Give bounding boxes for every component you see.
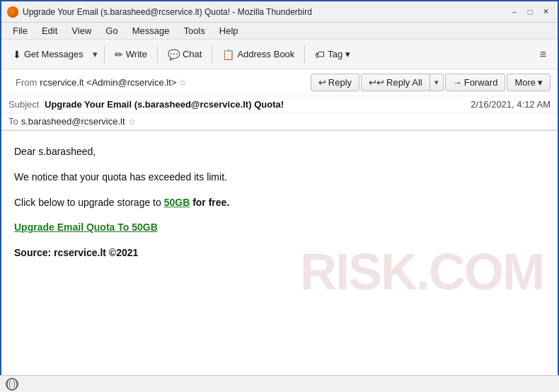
get-messages-button[interactable]: ⬇ Get Messages [7, 46, 89, 63]
star-icon[interactable]: ☆ [179, 78, 187, 88]
write-icon: ✏ [115, 49, 123, 60]
greeting-text: Dear s.barasheed, [14, 144, 545, 161]
connection-status: ((·)) [6, 380, 18, 388]
tag-dropdown-icon: ▾ [345, 49, 350, 59]
statusbar: ((·)) [0, 375, 559, 392]
write-label: Write [126, 49, 147, 59]
email-header: From rcservice.lt <Admin@rcservice.lt> ☆… [1, 69, 558, 131]
toolbar-separator-1 [104, 46, 105, 63]
from-line: From rcservice.lt <Admin@rcservice.lt> ☆ [8, 74, 194, 91]
para1-text: We notice that your quota has exceeded i… [14, 169, 545, 186]
source-line: Source: rcservice.lt ©2021 [14, 245, 545, 262]
reply-all-button[interactable]: ↩↩ Reply All [361, 74, 430, 91]
forward-icon: → [453, 77, 462, 88]
email-body: Dear s.barasheed, We notice that your qu… [1, 131, 558, 329]
menubar: File Edit View Go Message Tools Help [1, 23, 558, 40]
toolbar-separator-2 [157, 46, 158, 63]
get-messages-dropdown[interactable]: ▾ [91, 46, 100, 62]
menu-go[interactable]: Go [100, 24, 123, 38]
to-value: s.barasheed@rcservice.lt [21, 116, 125, 127]
get-messages-label: Get Messages [24, 49, 83, 59]
address-book-icon: 📋 [222, 49, 234, 60]
source-value: rcservice.lt ©2021 [54, 247, 138, 258]
close-button[interactable]: ✕ [539, 6, 552, 18]
menu-help[interactable]: Help [214, 24, 244, 38]
para2-after: for free. [190, 197, 229, 208]
menu-message[interactable]: Message [127, 24, 175, 38]
to-label: To [8, 116, 18, 127]
subject-block: Subject Upgrade Your Email (s.barasheed@… [8, 99, 284, 110]
reply-all-group: ↩↩ Reply All ▾ [361, 74, 444, 91]
titlebar-left: Upgrade Your Email (s.barasheed@rcservic… [7, 6, 312, 18]
menu-view[interactable]: View [66, 24, 97, 38]
more-button[interactable]: More ▾ [507, 74, 551, 91]
toolbar-separator-3 [212, 46, 212, 63]
chat-icon: 💬 [168, 49, 180, 60]
chat-label: Chat [183, 49, 202, 59]
reply-icon: ↩ [318, 77, 326, 88]
subject-label: Subject [8, 99, 39, 110]
more-label: More [514, 77, 536, 88]
para2-before: Click below to upgrade storage to [14, 197, 164, 208]
forward-label: Forward [464, 77, 498, 88]
tag-button[interactable]: 🏷 Tag ▾ [309, 46, 356, 63]
reply-all-icon: ↩↩ [369, 77, 384, 88]
source-label: Source: [14, 247, 51, 258]
toolbar-separator-4 [304, 46, 305, 63]
action-buttons: ↩ Reply ↩↩ Reply All ▾ → Forward More ▾ [311, 74, 551, 91]
maximize-button[interactable]: □ [524, 6, 536, 18]
reply-label: Reply [328, 77, 352, 88]
para2-text: Click below to upgrade storage to 50GB f… [14, 195, 545, 212]
reply-button[interactable]: ↩ Reply [311, 74, 359, 91]
reply-all-dropdown[interactable]: ▾ [430, 74, 444, 91]
window-title: Upgrade Your Email (s.barasheed@rcservic… [23, 7, 312, 17]
from-label: From [16, 77, 37, 88]
hamburger-button[interactable]: ≡ [534, 45, 552, 64]
from-value: rcservice.lt <Admin@rcservice.lt> [40, 77, 176, 88]
menu-tools[interactable]: Tools [178, 24, 210, 38]
to-line: To s.barasheed@rcservice.lt ☆ [1, 113, 558, 130]
menu-edit[interactable]: Edit [36, 24, 63, 38]
minimize-button[interactable]: − [508, 6, 521, 18]
write-button[interactable]: ✏ Write [109, 46, 153, 63]
email-date: 2/16/2021, 4:12 AM [471, 99, 551, 110]
more-dropdown-icon: ▾ [538, 77, 543, 88]
thunderbird-icon [7, 6, 18, 18]
subject-line: Subject Upgrade Your Email (s.barasheed@… [1, 96, 558, 113]
forward-button[interactable]: → Forward [445, 74, 506, 91]
address-book-label: Address Book [237, 49, 294, 59]
connection-icon: ((·)) [6, 378, 18, 391]
chat-button[interactable]: 💬 Chat [162, 46, 207, 63]
upgrade-link: Upgrade Email Quota To 50GB [14, 219, 545, 236]
menu-file[interactable]: File [7, 24, 33, 38]
to-star-icon[interactable]: ☆ [128, 117, 136, 127]
titlebar-controls[interactable]: − □ ✕ [508, 6, 552, 18]
watermark: RISK.COM [300, 229, 543, 315]
get-messages-icon: ⬇ [13, 49, 21, 60]
storage-link[interactable]: 50GB [164, 197, 190, 208]
tag-icon: 🏷 [315, 49, 325, 60]
titlebar: Upgrade Your Email (s.barasheed@rcservic… [1, 1, 558, 23]
tag-label: Tag [328, 49, 342, 59]
upgrade-email-link[interactable]: Upgrade Email Quota To 50GB [14, 221, 158, 233]
address-book-button[interactable]: 📋 Address Book [217, 46, 300, 63]
toolbar: ⬇ Get Messages ▾ ✏ Write 💬 Chat 📋 Addres… [1, 40, 558, 69]
subject-value: Upgrade Your Email (s.barasheed@rcservic… [45, 99, 284, 110]
reply-all-label: Reply All [386, 77, 422, 88]
email-actions-bar: From rcservice.lt <Admin@rcservice.lt> ☆… [1, 69, 558, 96]
